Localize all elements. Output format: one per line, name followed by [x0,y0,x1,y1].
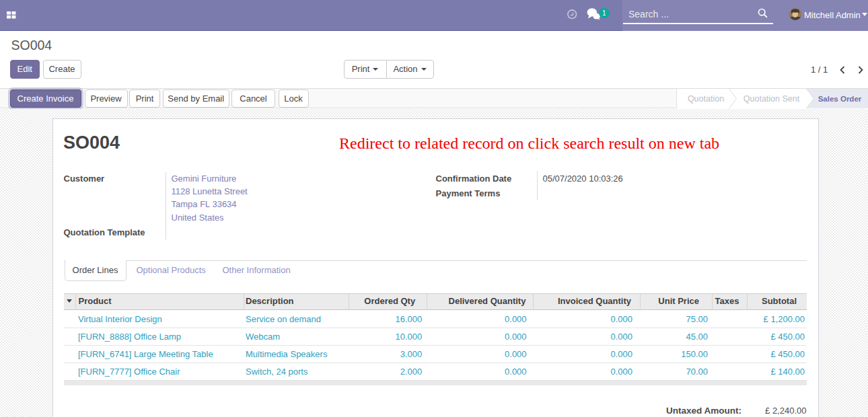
svg-text:Quotation: Quotation [687,94,723,104]
svg-text:Quotation Sent: Quotation Sent [743,94,799,104]
svg-text:Sales Order: Sales Order [818,95,861,103]
